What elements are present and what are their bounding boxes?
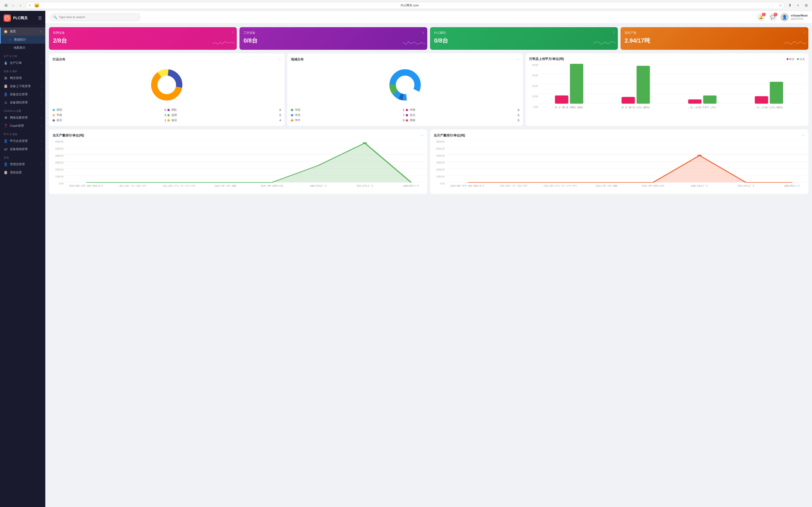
sidebar-item-device-debug[interactable]: ⚠ 设备调试管理 › [0, 99, 45, 107]
daily-y-2000: 2000.00 [53, 168, 63, 171]
legend-value-hotel: 4 [280, 119, 281, 122]
browser-forward-btn[interactable]: › [17, 2, 23, 9]
daily-y-1000: 1000.00 [53, 175, 63, 178]
industry-chart-title: 行业分布 [53, 57, 65, 62]
chevron-right-icon-6: › [41, 116, 42, 119]
daily-chart-panel: 当天产量排行/单位(吨) ··· 6000.00 5000.00 4000.00… [49, 129, 427, 194]
industry-donut-chart [149, 67, 185, 103]
upload-chart-title: 打料及上传甲方/单位(吨) [529, 57, 564, 61]
working-devices-wave [403, 38, 425, 48]
sidebar-item-client-mgmt[interactable]: 👤 甲方企业管理 › [0, 137, 45, 145]
copy-button[interactable]: ⧉ [803, 2, 809, 9]
daily-y-4000: 4000.00 [53, 155, 63, 157]
svg-text:技术测试: 技术测试 [260, 185, 284, 187]
notification-bell-btn[interactable]: 🔔 1 [757, 13, 765, 21]
chevron-right-icon-5: › [41, 101, 42, 104]
daily-chart-more-btn[interactable]: ··· [420, 133, 424, 138]
legend-label-south: 华南 [410, 108, 415, 112]
legend-dot-hotel [167, 119, 170, 121]
sidebar-item-production-order[interactable]: 💧 生产订单 › [0, 59, 45, 67]
sidebar-item-data-stats[interactable]: ● 数据统计 [0, 36, 45, 44]
sidebar-toggle-btn[interactable]: ☰ [38, 16, 42, 20]
sidebar-item-home[interactable]: 🏠 首页 ∨ [0, 27, 45, 36]
monthly-chart-more-btn[interactable]: ··· [801, 133, 805, 138]
sidebar-item-admin-mgmt[interactable]: 👤 管理员管理 › [0, 160, 45, 168]
svg-text:国家开发银行: 国家开发银行 [69, 185, 104, 187]
tag-icon: 🏷 [4, 147, 8, 151]
sidebar-item-home-label: 首页 [10, 30, 38, 34]
region-chart-more-btn[interactable]: ··· [516, 57, 519, 62]
sidebar-item-venue-mgmt[interactable]: 🏷 设备场地管理 › [0, 145, 45, 153]
sidebar-item-crash-mgmt[interactable]: ❓ Crash管理 › [0, 122, 45, 130]
chevron-right-icon-7: › [41, 124, 42, 127]
legend-value-central: 0 [403, 119, 404, 122]
legend-label-hospital: 医院 [57, 108, 62, 112]
region-legend: 华东 1 华南 0 华北 7 [291, 108, 519, 122]
stat-card-installed-capacity-value: 2.94/17吨 [625, 37, 804, 45]
legend-dot-southwest [406, 119, 408, 121]
search-input[interactable] [59, 15, 137, 19]
legend-item-central: 华中 0 [291, 118, 404, 122]
stat-card-network-devices: 联网设备 2/8台 ↑ [49, 27, 237, 50]
stat-card-working-devices: 工作设备 0/8台 ↓ [240, 27, 427, 50]
chevron-right-icon-3: › [41, 85, 42, 88]
sidebar-item-gateway-mgmt[interactable]: ⊞ 网关管理 › [0, 74, 45, 82]
monthly-y-2000: 2000.00 [434, 168, 445, 171]
browser-back-btn[interactable]: ‹ [10, 2, 16, 9]
browser-sidebar-btn[interactable]: ⊞ [3, 2, 9, 9]
share-button[interactable]: ⬆ [786, 2, 793, 9]
svg-text:上传次数: 上传次数 [754, 106, 784, 109]
section-label-client: 甲方 & 场地 [0, 130, 45, 137]
network-icon: ⚙ [4, 116, 8, 120]
bottom-charts-row: 当天产量排行/单位(吨) ··· 6000.00 5000.00 4000.00… [49, 129, 808, 194]
sidebar-item-system-settings[interactable]: 📋 系统设置 [0, 168, 45, 176]
section-label-production: 生产 & 订单 [0, 52, 45, 59]
user-details: nYuserRoot 超级管理员 [791, 14, 807, 20]
sidebar-item-data-stats-label: 数据统计 [14, 38, 42, 42]
stat-card-working-devices-value: 0/8台 [244, 37, 423, 45]
notification-bell-badge: 1 [762, 13, 766, 16]
svg-rect-13 [570, 64, 583, 104]
industry-chart-header: 行业分布 ··· [53, 57, 281, 62]
user-info[interactable]: 👤 nYuserRoot 超级管理员 [780, 13, 807, 21]
reload-icon[interactable]: ↻ [779, 4, 782, 7]
legend-value-northeast: 0 [518, 114, 519, 117]
legend-item-school: 学校 3 [53, 113, 166, 117]
svg-text:打料次数: 打料次数 [621, 106, 651, 109]
sidebar-item-device-location[interactable]: 👤 设备定位管理 › [0, 90, 45, 99]
region-donut-chart [387, 67, 423, 103]
browser-url: PLC网关.com [42, 3, 777, 7]
document-icon: 📋 [4, 84, 8, 88]
sidebar-item-device-online-label: 设备上下线管理 [10, 84, 39, 88]
legend-label-government: 机关 [57, 118, 62, 122]
sidebar-item-device-online[interactable]: 📋 设备上下线管理 › [0, 82, 45, 90]
notification-msg-btn[interactable]: 💬 8 [769, 13, 777, 21]
legend-dot-government [53, 119, 55, 121]
legend-label-central: 华中 [295, 118, 300, 122]
user-name: nYuserRoot [791, 14, 807, 17]
sidebar-item-network-flow-label: 网络流量管理 [10, 116, 39, 120]
app-container: PLC网关 ☰ 🏠 首页 ∨ ● 数据统计 ○ 地图展示 生产 & 订单 💧 生… [0, 11, 812, 507]
legend-value-prison: 0 [280, 114, 281, 117]
y-label-10: 10.00 [529, 95, 538, 98]
sidebar-item-map-view[interactable]: ○ 地图展示 [0, 44, 45, 52]
topbar: 🔍 🔔 1 💬 8 👤 nYuserRoot 超级管理员 [45, 11, 812, 23]
legend-item-prison: 监狱 0 [167, 113, 281, 117]
new-tab-button[interactable]: + [795, 2, 801, 9]
sidebar-item-network-flow[interactable]: ⚙ 网络流量管理 › [0, 114, 45, 122]
legend-item-south: 华南 0 [406, 108, 519, 112]
stat-card-network-devices-arrow: ↑ [232, 30, 234, 35]
chevron-right-icon: › [41, 62, 42, 64]
browser-address-bar[interactable]: ☀ 🐱 PLC网关.com ↻ [26, 2, 785, 9]
legend-value-hospital: 0 [164, 108, 166, 112]
svg-point-32 [363, 143, 367, 144]
sidebar: PLC网关 ☰ 🏠 首页 ∨ ● 数据统计 ○ 地图展示 生产 & 订单 💧 生… [0, 11, 45, 507]
topbar-right: 🔔 1 💬 8 👤 nYuserRoot 超级管理员 [757, 13, 807, 21]
yesterday-label: 昨天 [789, 57, 794, 61]
industry-chart-more-btn[interactable]: ··· [277, 57, 281, 62]
browser-bar: ⊞ ‹ › ☀ 🐱 PLC网关.com ↻ ⬆ + ⧉ [0, 0, 812, 11]
stat-cards: 联网设备 2/8台 ↑ 工作设备 0/8台 ↓ [49, 27, 808, 50]
sidebar-item-production-label: 生产订单 [10, 61, 39, 65]
water-drop-icon: 💧 [4, 61, 8, 65]
search-box[interactable]: 🔍 [50, 13, 141, 21]
